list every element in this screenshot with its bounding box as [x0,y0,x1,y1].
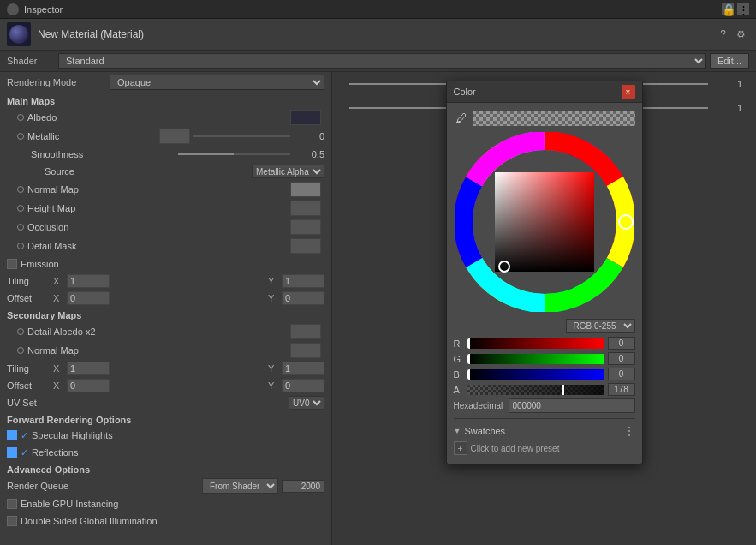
enable-gpu-label: Enable GPU Instancing [21,499,324,509]
uv-set-label: UV Set [7,398,289,408]
reflections-label: Reflections [32,447,324,458]
right-panel: 1 1 Color × 🖊 [332,72,756,545]
a-channel-label: A [454,385,464,395]
eyedropper-btn[interactable]: 🖊 [454,110,469,127]
swatches-section: ▼ Swatches ⋮ + Click to add new preset [454,418,635,457]
height-map-texture[interactable] [290,201,321,216]
g-channel-thumb [467,354,470,364]
swatches-add-text: Click to add new preset [471,444,560,453]
detail-mask-texture[interactable] [290,238,321,254]
secondary-offset-x-label: X [53,380,63,391]
swatches-menu-btn[interactable]: ⋮ [623,424,635,438]
normal-map-label: Normal Map [27,184,290,195]
a-channel-row: A [454,383,635,396]
normal-map-texture[interactable] [290,182,321,197]
color-picker-overlay: Color × 🖊 [332,72,756,545]
main-maps-header: Main Maps [0,93,331,108]
enable-gpu-checkbox[interactable] [7,499,17,509]
title-bar-lock-btn[interactable]: 🔒 [722,3,734,15]
secondary-tiling-y-input[interactable] [282,362,324,375]
render-queue-value[interactable] [282,480,324,493]
shader-edit-btn[interactable]: Edit... [710,53,749,69]
color-mode-select[interactable]: RGB 0-255 [566,319,635,333]
a-channel-value[interactable] [608,383,635,396]
secondary-normal-circle-icon [17,347,24,354]
occlusion-texture[interactable] [290,219,321,235]
color-picker-close-btn[interactable]: × [622,85,635,99]
color-wheel-container[interactable] [455,132,634,312]
metallic-value: 0 [294,131,324,141]
height-map-circle-icon [17,205,24,212]
b-channel-slider[interactable] [467,369,604,380]
color-preview-swatch [473,111,635,126]
albedo-texture[interactable] [290,110,321,125]
tiling-x-label: X [53,276,63,286]
emission-checkbox[interactable] [7,259,17,269]
g-channel-row: G [454,352,635,365]
render-queue-row: Render Queue From Shader [0,476,331,495]
secondary-normal-texture[interactable] [290,343,321,358]
title-bar-menu-btn[interactable]: ⋮ [737,3,749,15]
secondary-offset-x-input[interactable] [67,379,110,392]
reflections-checkbox[interactable] [7,447,17,458]
offset-x-input[interactable] [67,291,110,305]
metallic-label: Metallic [27,131,159,141]
b-channel-value[interactable] [608,368,635,380]
rendering-mode-select[interactable]: Opaque [110,75,324,90]
r-channel-value[interactable] [608,337,635,350]
hex-input[interactable] [509,398,635,413]
material-actions: ? ⚙ [717,27,749,42]
color-picker-body: 🖊 [447,103,642,464]
from-shader-select[interactable]: From Shader [202,478,278,494]
swatches-add-row: + Click to add new preset [454,440,635,457]
metallic-texture[interactable] [159,129,190,144]
tiling-x-input[interactable] [67,274,110,288]
double-sided-row: Double Sided Global Illumination [0,512,331,530]
specular-checkmark-icon: ✓ [21,430,28,441]
secondary-tiling-x-input[interactable] [67,362,110,375]
occlusion-label: Occlusion [27,222,290,232]
detail-albedo-label: Detail Albedo x2 [27,326,290,337]
albedo-circle-icon [17,114,24,121]
hex-label: Hexadecimal [454,401,505,410]
color-picker-title-bar: Color × [447,81,642,103]
metallic-slider[interactable] [193,135,291,137]
specular-checkbox[interactable] [7,430,17,440]
inspector-icon [7,3,19,15]
b-channel-label: B [454,369,464,380]
material-help-btn[interactable]: ? [717,27,729,42]
material-settings-btn[interactable]: ⚙ [733,27,749,42]
source-select[interactable]: Metallic Alpha [252,165,324,178]
rendering-mode-row: Rendering Mode Opaque [0,72,331,93]
detail-albedo-texture[interactable] [290,324,321,339]
detail-mask-circle-icon [17,243,24,249]
source-row: Source Metallic Alpha [0,163,331,180]
smoothness-label: Smoothness [31,149,178,159]
color-wheel-svg[interactable] [455,132,634,312]
secondary-tiling-row: Tiling X Y [0,360,331,377]
offset-y-input[interactable] [282,291,324,305]
smoothness-slider[interactable] [178,153,291,155]
r-channel-slider[interactable] [467,338,604,349]
smoothness-slider-container: 0.5 [178,149,325,159]
shader-select[interactable]: Standard [58,53,706,69]
secondary-tiling-label: Tiling [7,363,50,374]
left-panel: Rendering Mode Opaque Main Maps Albedo M… [0,72,332,545]
material-sphere [9,25,28,44]
reflections-row: ✓ Reflections [0,444,331,461]
g-channel-slider[interactable] [467,354,604,364]
double-sided-checkbox[interactable] [7,516,17,526]
advanced-options-header: Advanced Options [0,461,331,476]
b-channel-row: B [454,368,635,380]
a-channel-slider[interactable] [467,385,604,395]
metallic-slider-container: 0 [193,131,325,141]
secondary-offset-row: Offset X Y [0,377,331,394]
specular-highlights-label: Specular Highlights [32,430,324,440]
swatch-add-icon[interactable]: + [454,441,467,455]
main-content: Rendering Mode Opaque Main Maps Albedo M… [0,72,756,545]
emission-label: Emission [21,259,324,269]
g-channel-value[interactable] [608,352,635,365]
uv-set-select[interactable]: UV0 [289,396,324,410]
secondary-offset-y-input[interactable] [282,379,324,392]
tiling-y-input[interactable] [282,274,324,288]
